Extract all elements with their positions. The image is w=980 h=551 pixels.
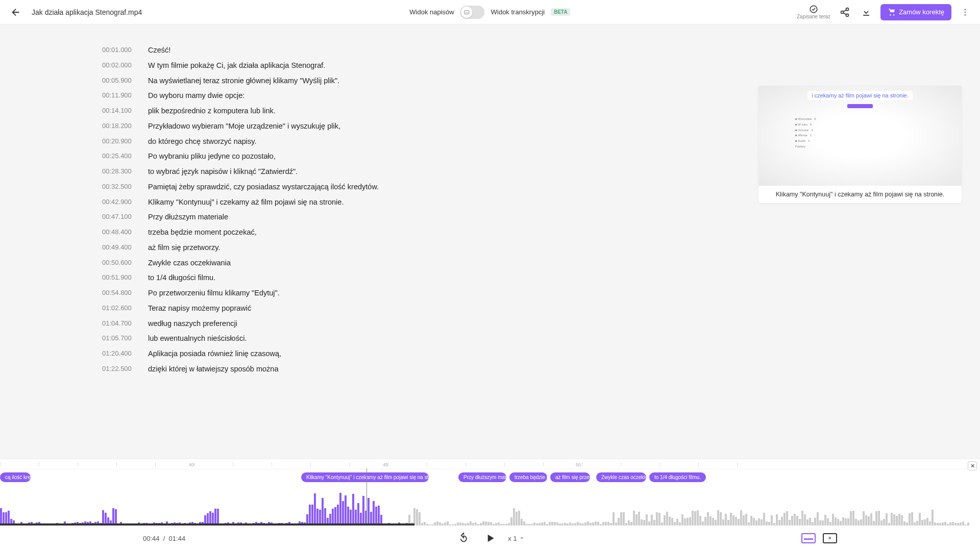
transcript-text[interactable]: do którego chcę stworzyć napisy.	[148, 136, 257, 147]
transcript-text[interactable]: Cześć!	[148, 45, 170, 56]
transcript-text[interactable]: aż film się przetworzy.	[148, 242, 220, 254]
svg-point-9	[965, 9, 966, 10]
play-button[interactable]	[481, 530, 499, 547]
transcript-text[interactable]: Aplikacja posiada również linię czasową,	[148, 348, 281, 360]
transcript-line[interactable]: 00:50.600Zwykle czas oczekiwania	[102, 258, 980, 269]
timeline-chip[interactable]: trzeba będzie mc	[509, 472, 547, 482]
svg-line-7	[843, 10, 846, 11]
svg-point-10	[965, 11, 966, 13]
timestamp[interactable]: 00:32.500	[102, 182, 136, 193]
timestamp[interactable]: 00:05.900	[102, 76, 136, 87]
timeline-chip[interactable]: Zwykle czas oczekiwan	[596, 472, 646, 482]
transcript-text[interactable]: to 1/4 długości filmu.	[148, 272, 215, 284]
timeline-chip[interactable]: Klikamy "Kontynuuj" i czekamy aż film po…	[301, 472, 429, 482]
timestamp[interactable]: 00:11.900	[102, 90, 136, 102]
svg-line-8	[843, 13, 846, 14]
timeline-chip[interactable]: cą ilość kredytó	[0, 472, 31, 482]
transcript-line[interactable]: 00:48.400trzeba będzie moment poczekać,	[102, 227, 980, 238]
svg-rect-0	[464, 11, 469, 14]
transcript-line[interactable]: 01:04.700według naszych preferencji	[102, 318, 980, 330]
download-icon	[861, 7, 871, 17]
chevron-down-icon	[519, 535, 525, 541]
timestamp[interactable]: 00:54.800	[102, 288, 136, 299]
timestamp[interactable]: 01:02.600	[102, 303, 136, 314]
transcript-text[interactable]: Do wyboru mamy dwie opcje:	[148, 90, 244, 102]
transcript-text[interactable]: plik bezpośrednio z komputera lub link.	[148, 106, 276, 117]
timestamp[interactable]: 00:42.900	[102, 197, 136, 208]
close-timeline-button[interactable]: ✕	[968, 461, 977, 470]
saved-status: Zapisane teraz	[797, 5, 830, 19]
svg-point-3	[810, 6, 817, 13]
transcript-line[interactable]: 01:02.600Teraz napisy możemy poprawić	[102, 303, 980, 314]
timeline-chip[interactable]: Przy dłuższym materia	[458, 472, 506, 482]
transcript-text[interactable]: W tym filmie pokażę Ci, jak działa aplik…	[148, 60, 325, 71]
secondary-toggle[interactable]: ✕	[823, 533, 837, 543]
player-controls: 00:44 / 01:44 x 1 ▬▬ ✕	[0, 525, 980, 551]
download-button[interactable]	[859, 5, 873, 19]
transcript-text[interactable]: Przykładowo wybieram "Moje urządzenie" i…	[148, 121, 340, 132]
timestamp[interactable]: 00:25.400	[102, 151, 136, 162]
timestamp[interactable]: 00:01.000	[102, 45, 136, 56]
transcript-text[interactable]: według naszych preferencji	[148, 318, 237, 330]
transcript-text[interactable]: Na wyświetlanej teraz stronie głównej kl…	[148, 76, 339, 87]
back-button[interactable]	[8, 5, 23, 20]
timeline-chips[interactable]: ✕ cą ilość kredytóKlikamy "Kontynuuj" i …	[0, 469, 980, 486]
view-captions-label[interactable]: Widok napisów	[409, 8, 454, 16]
transcript-line[interactable]: 00:47.100Przy dłuższym materiale	[102, 212, 980, 223]
transcript-text[interactable]: Zwykle czas oczekiwania	[148, 258, 231, 269]
timeline-chip[interactable]: to 1/4 długości filmu.	[649, 472, 706, 482]
transcript-text[interactable]: dzięki której w łatwiejszy sposób można	[148, 364, 278, 375]
timestamp[interactable]: 00:47.100	[102, 212, 136, 223]
transcript-text[interactable]: Pamiętaj żeby sprawdzić, czy posiadasz w…	[148, 182, 379, 193]
share-button[interactable]	[838, 5, 852, 19]
svg-point-4	[846, 8, 849, 10]
transcript-line[interactable]: 00:01.000Cześć!	[102, 45, 980, 56]
timestamp[interactable]: 01:22.500	[102, 364, 136, 375]
transcript-line[interactable]: 01:22.500dzięki której w łatwiejszy spos…	[102, 364, 980, 375]
more-vert-icon	[961, 8, 970, 17]
view-transcription-label[interactable]: Widok transkrypcji	[491, 8, 545, 16]
timestamp[interactable]: 00:02.000	[102, 60, 136, 71]
transcript-line[interactable]: 00:54.800Po przetworzeniu filmu klikamy …	[102, 288, 980, 299]
captions-toggle[interactable]: ▬▬	[801, 533, 816, 543]
timestamp[interactable]: 00:48.400	[102, 227, 136, 238]
transcript-text[interactable]: Klikamy "Kontynuuj" i czekamy aż film po…	[148, 197, 344, 208]
transcript-line[interactable]: 00:05.900Na wyświetlanej teraz stronie g…	[102, 76, 980, 87]
transcript-line[interactable]: 00:49.400aż film się przetworzy.	[102, 242, 980, 254]
transcript-text[interactable]: trzeba będzie moment poczekać,	[148, 227, 257, 238]
timestamp[interactable]: 01:04.700	[102, 318, 136, 330]
transcript-line[interactable]: 00:51.900to 1/4 długości filmu.	[102, 272, 980, 284]
transcript-text[interactable]: lub ewentualnych nieścisłości.	[148, 333, 247, 344]
timestamp[interactable]: 00:14.100	[102, 106, 136, 117]
transcript-line[interactable]: 01:05.700lub ewentualnych nieścisłości.	[102, 333, 980, 344]
timestamp[interactable]: 00:20.900	[102, 136, 136, 147]
transcript-line[interactable]: 01:20.400Aplikacja posiada również linię…	[102, 348, 980, 360]
timestamp[interactable]: 01:05.700	[102, 333, 136, 344]
check-circle-icon	[809, 5, 818, 14]
timeline-chip[interactable]: aż film się przetwc	[550, 472, 590, 482]
video-thumbnail[interactable]: i czekamy aż film pojawi się na stronie.…	[758, 86, 962, 186]
svg-point-11	[965, 14, 966, 15]
timestamp[interactable]: 00:51.900	[102, 272, 136, 284]
transcript-text[interactable]: Po przetworzeniu filmu klikamy "Edytuj".	[148, 288, 280, 299]
more-menu-button[interactable]	[959, 6, 972, 19]
timestamp[interactable]: 00:18.200	[102, 121, 136, 132]
playhead[interactable]	[366, 468, 367, 524]
order-correction-button[interactable]: Zamów korektę	[880, 4, 951, 20]
transcript-text[interactable]: Teraz napisy możemy poprawić	[148, 303, 251, 314]
timestamp[interactable]: 00:28.300	[102, 166, 136, 178]
timestamp[interactable]: 01:20.400	[102, 348, 136, 360]
video-preview-panel: i czekamy aż film pojawi się na stronie.…	[758, 86, 962, 203]
playback-speed-selector[interactable]: x 1	[508, 535, 525, 542]
transcript-text[interactable]: to wybrać język napisów i kliknąć "Zatwi…	[148, 166, 298, 178]
timeline-ruler[interactable]: 404550	[0, 459, 980, 469]
view-toggle[interactable]	[460, 6, 485, 19]
transcript-line[interactable]: 00:02.000W tym filmie pokażę Ci, jak dzi…	[102, 60, 980, 71]
transcript-text[interactable]: Po wybraniu pliku jedyne co pozostało,	[148, 151, 276, 162]
waveform[interactable]	[0, 486, 980, 525]
transcript-text[interactable]: Przy dłuższym materiale	[148, 212, 228, 223]
timestamp[interactable]: 00:50.600	[102, 258, 136, 269]
replay-button[interactable]	[455, 530, 472, 547]
beta-badge: BETA	[551, 8, 570, 16]
timestamp[interactable]: 00:49.400	[102, 242, 136, 254]
